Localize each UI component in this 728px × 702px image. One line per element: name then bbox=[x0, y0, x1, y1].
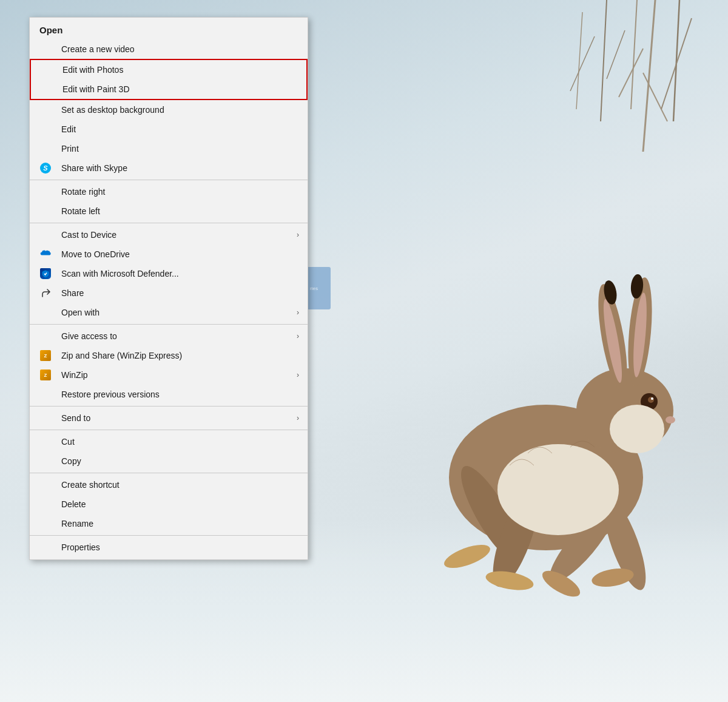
rotate-left-label: Rotate left bbox=[61, 206, 100, 216]
menu-item-winzip[interactable]: Z WinZip › bbox=[30, 365, 308, 385]
menu-item-properties[interactable]: Properties bbox=[30, 538, 308, 557]
background-twigs bbox=[303, 0, 728, 243]
svg-line-31 bbox=[570, 36, 595, 91]
rotate-right-label: Rotate right bbox=[61, 187, 105, 197]
menu-item-rotate-left[interactable]: Rotate left bbox=[30, 201, 308, 221]
delete-label: Delete bbox=[61, 499, 86, 509]
open-label: Open bbox=[39, 25, 62, 35]
cast-device-label: Cast to Device bbox=[61, 230, 116, 240]
defender-icon bbox=[39, 268, 52, 280]
winzip-icon-1: Z bbox=[39, 349, 52, 362]
svg-line-30 bbox=[576, 12, 582, 109]
zip-share-label: Zip and Share (WinZip Express) bbox=[61, 351, 182, 360]
create-shortcut-label: Create shortcut bbox=[61, 480, 120, 490]
svg-line-26 bbox=[661, 18, 692, 109]
separator-5 bbox=[30, 430, 308, 430]
menu-item-create-shortcut[interactable]: Create shortcut bbox=[30, 475, 308, 494]
edit-paint3d-label: Edit with Paint 3D bbox=[62, 84, 130, 94]
menu-item-rename[interactable]: Rename bbox=[30, 514, 308, 533]
winzip-label: WinZip bbox=[61, 370, 88, 380]
share-skype-label: Share with Skype bbox=[61, 163, 127, 173]
give-access-label: Give access to bbox=[61, 331, 117, 341]
separator-7 bbox=[30, 535, 308, 536]
skype-icon: S bbox=[39, 162, 52, 174]
menu-item-zip-share[interactable]: Z Zip and Share (WinZip Express) bbox=[30, 346, 308, 365]
send-to-label: Send to bbox=[61, 413, 90, 423]
print-label: Print bbox=[61, 144, 79, 154]
hare-image bbox=[388, 247, 704, 641]
menu-item-copy[interactable]: Copy bbox=[30, 451, 308, 471]
menu-item-print[interactable]: Print bbox=[30, 139, 308, 158]
onedrive-icon bbox=[39, 248, 52, 260]
menu-item-cut[interactable]: Cut bbox=[30, 432, 308, 451]
menu-item-open[interactable]: Open bbox=[30, 20, 308, 39]
svg-line-23 bbox=[619, 49, 643, 97]
menu-item-edit-paint3d[interactable]: Edit with Paint 3D bbox=[31, 79, 306, 99]
menu-item-share-skype[interactable]: S Share with Skype bbox=[30, 158, 308, 178]
svg-point-20 bbox=[497, 444, 619, 535]
svg-point-18 bbox=[442, 540, 493, 573]
share-label: Share bbox=[61, 288, 84, 298]
menu-item-open-with[interactable]: Open with › bbox=[30, 303, 308, 322]
svg-point-11 bbox=[666, 416, 675, 424]
separator-6 bbox=[30, 473, 308, 473]
winzip-arrow: › bbox=[297, 371, 299, 379]
cut-label: Cut bbox=[61, 437, 75, 447]
menu-item-create-video[interactable]: Create a new video bbox=[30, 39, 308, 59]
set-desktop-bg-label: Set as desktop background bbox=[61, 105, 164, 115]
menu-item-onedrive[interactable]: Move to OneDrive bbox=[30, 245, 308, 264]
edit-photos-label: Edit with Photos bbox=[62, 65, 123, 75]
menu-item-delete[interactable]: Delete bbox=[30, 494, 308, 514]
svg-line-27 bbox=[631, 0, 637, 109]
menu-item-give-access[interactable]: Give access to › bbox=[30, 326, 308, 346]
edit-label: Edit bbox=[61, 124, 76, 134]
menu-item-set-desktop-bg[interactable]: Set as desktop background bbox=[30, 100, 308, 120]
svg-point-9 bbox=[648, 397, 654, 403]
svg-point-21 bbox=[610, 405, 664, 453]
menu-item-edit[interactable]: Edit bbox=[30, 120, 308, 139]
send-to-arrow: › bbox=[297, 414, 299, 422]
svg-line-28 bbox=[607, 30, 625, 79]
highlighted-edit-options: Edit with Photos Edit with Paint 3D bbox=[30, 59, 308, 100]
give-access-arrow: › bbox=[297, 332, 299, 340]
defender-label: Scan with Microsoft Defender... bbox=[61, 269, 179, 278]
separator-2 bbox=[30, 223, 308, 223]
separator-3 bbox=[30, 324, 308, 325]
create-video-label: Create a new video bbox=[61, 44, 135, 54]
restore-label: Restore previous versions bbox=[61, 390, 160, 399]
open-with-arrow: › bbox=[297, 308, 299, 317]
onedrive-label: Move to OneDrive bbox=[61, 249, 130, 259]
winzip-icon-2: Z bbox=[39, 369, 52, 381]
menu-item-send-to[interactable]: Send to › bbox=[30, 408, 308, 428]
properties-label: Properties bbox=[61, 542, 100, 552]
share-icon bbox=[39, 287, 52, 299]
svg-point-10 bbox=[651, 397, 653, 400]
open-with-label: Open with bbox=[61, 308, 99, 317]
menu-item-cast-device[interactable]: Cast to Device › bbox=[30, 225, 308, 245]
menu-item-share[interactable]: Share bbox=[30, 283, 308, 303]
svg-line-29 bbox=[601, 0, 607, 121]
menu-item-rotate-right[interactable]: Rotate right bbox=[30, 182, 308, 201]
copy-label: Copy bbox=[61, 456, 81, 466]
menu-item-edit-photos[interactable]: Edit with Photos bbox=[31, 60, 306, 79]
context-menu: Open Create a new video Edit with Photos… bbox=[29, 17, 308, 560]
rename-label: Rename bbox=[61, 519, 93, 528]
menu-item-restore[interactable]: Restore previous versions bbox=[30, 385, 308, 404]
separator-1 bbox=[30, 180, 308, 180]
svg-line-25 bbox=[673, 0, 679, 121]
cast-device-arrow: › bbox=[297, 231, 299, 239]
separator-4 bbox=[30, 406, 308, 407]
menu-item-defender[interactable]: Scan with Microsoft Defender... bbox=[30, 264, 308, 283]
